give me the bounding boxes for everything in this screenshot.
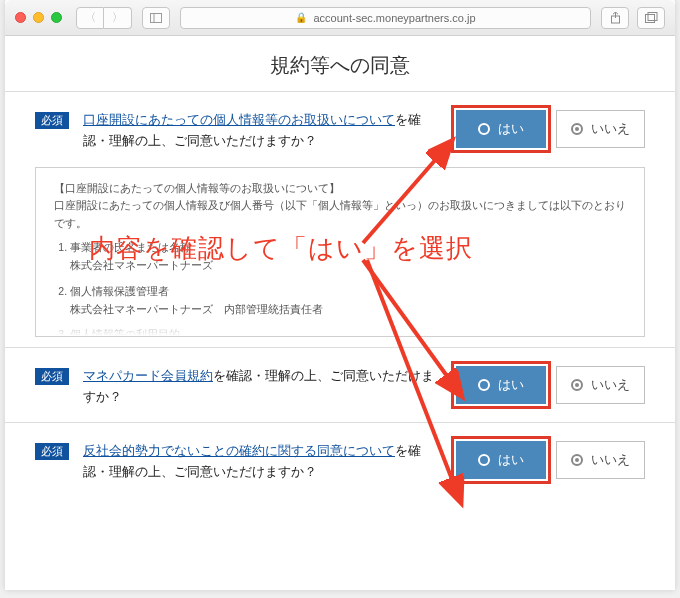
agreement-row-2: 必須 マネパカード会員規約を確認・理解の上、ご同意いただけますか？ はい いいえ [35,348,645,423]
agreement-row-1: 必須 口座開設にあたっての個人情報等のお取扱いについてを確認・理解の上、ご同意い… [35,92,645,167]
info-item-1: 事業者の氏名または名称 株式会社マネーパートナーズ [70,239,626,275]
agreement-row-3: 必須 反社会的勢力でないことの確約に関する同意についてを確認・理解の上、ご同意い… [35,423,645,498]
info-lead: 口座開設にあたっての個人情報及び個人番号（以下「個人情報等」といっ）のお取扱いに… [54,197,626,233]
address-bar[interactable]: 🔒 account-sec.moneypartners.co.jp [180,7,591,29]
choice-group-1: はい いいえ [456,110,645,148]
forward-button[interactable]: 〉 [104,7,132,29]
lock-icon: 🔒 [295,12,307,23]
close-icon[interactable] [15,12,26,23]
no-button-2[interactable]: いいえ [556,366,645,404]
browser-chrome: 〈 〉 🔒 account-sec.moneypartners.co.jp [5,0,675,36]
page-title: 規約等への同意 [35,36,645,91]
page-body: 規約等への同意 必須 口座開設にあたっての個人情報等のお取扱いについてを確認・理… [5,36,675,590]
yes-button-2[interactable]: はい [456,366,546,404]
tabs-icon [645,12,658,23]
svg-rect-4 [645,15,654,23]
required-badge: 必須 [35,112,69,129]
svg-rect-0 [151,13,162,22]
svg-rect-5 [648,13,657,21]
radio-icon [571,379,583,391]
no-button-1[interactable]: いいえ [556,110,645,148]
fade-overlay [36,314,644,336]
question-text-3: 反社会的勢力でないことの確約に関する同意についてを確認・理解の上、ご同意いただけ… [83,441,442,484]
info-heading: 【口座開設にあたっての個人情報等のお取扱いについて】 [54,180,626,198]
sidebar-button[interactable] [142,7,170,29]
no-button-3[interactable]: いいえ [556,441,645,479]
agreement-link-1[interactable]: 口座開設にあたっての個人情報等のお取扱いについて [83,113,395,127]
address-text: account-sec.moneypartners.co.jp [313,12,475,24]
question-text-1: 口座開設にあたっての個人情報等のお取扱いについてを確認・理解の上、ご同意いただけ… [83,110,442,153]
share-button[interactable] [601,7,629,29]
radio-icon [478,379,490,391]
agreement-link-2[interactable]: マネパカード会員規約 [83,369,213,383]
agreement-link-3[interactable]: 反社会的勢力でないことの確約に関する同意について [83,444,395,458]
radio-icon [571,123,583,135]
required-badge: 必須 [35,368,69,385]
sidebar-icon [150,13,162,23]
zoom-icon[interactable] [51,12,62,23]
choice-group-3: はい いいえ [456,441,645,479]
window: 〈 〉 🔒 account-sec.moneypartners.co.jp [5,0,675,590]
minimize-icon[interactable] [33,12,44,23]
yes-button-1[interactable]: はい [456,110,546,148]
tabs-button[interactable] [637,7,665,29]
required-badge: 必須 [35,443,69,460]
share-icon [610,12,621,24]
window-controls [15,12,62,23]
radio-icon [478,454,490,466]
info-box[interactable]: 【口座開設にあたっての個人情報等のお取扱いについて】 口座開設にあたっての個人情… [35,167,645,337]
radio-icon [571,454,583,466]
nav-buttons: 〈 〉 [76,7,132,29]
radio-icon [478,123,490,135]
choice-group-2: はい いいえ [456,366,645,404]
yes-button-3[interactable]: はい [456,441,546,479]
question-text-2: マネパカード会員規約を確認・理解の上、ご同意いただけますか？ [83,366,442,409]
back-button[interactable]: 〈 [76,7,104,29]
